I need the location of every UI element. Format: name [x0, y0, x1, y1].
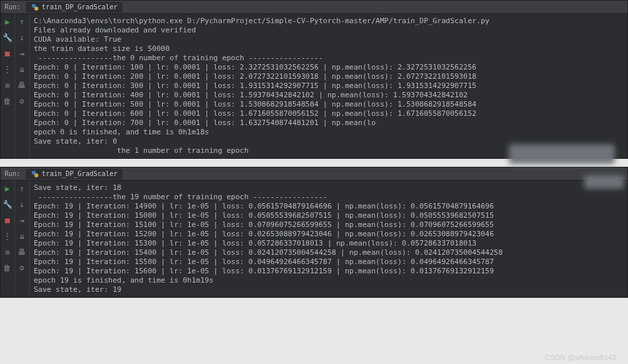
console-line: Epoch: 0 | Iteration: 200 | lr: 0.0001 |…: [34, 72, 623, 81]
console-line: Epoch: 0 | Iteration: 700 | lr: 0.0001 |…: [34, 118, 623, 128]
panel-body: ▶ 🔧 ■ ⋮ ≡ 🗑 ↑ ↓ ⇥ ⇊ 🖶 ⊘ C:\Anaconda3\env…: [1, 14, 627, 158]
down-icon[interactable]: ↓: [17, 32, 27, 43]
python-file-icon: [31, 3, 39, 11]
filter-icon[interactable]: ⋮: [2, 231, 13, 242]
console-line: Epoch: 19 | Iteration: 15000 | lr: 1e-05…: [34, 211, 623, 220]
console-line: the train dataset size is 50000: [34, 44, 623, 54]
console-line: Epoch: 0 | Iteration: 600 | lr: 0.0001 |…: [34, 109, 623, 118]
delete-icon[interactable]: 🗑: [2, 263, 13, 273]
print-icon[interactable]: 🖶: [17, 80, 27, 91]
console-line: epoch 0 is finished, and time is 0h1m18s: [34, 128, 623, 137]
console-line: -----------------the 19 number of traini…: [34, 193, 623, 202]
wrench-icon[interactable]: 🔧: [2, 32, 13, 43]
console-line: Save state, iter: 19: [34, 285, 623, 295]
watermark-text: CSDN @whaosoft143: [545, 353, 616, 361]
console-line: Epoch: 19 | Iteration: 15400 | lr: 1e-05…: [34, 248, 623, 257]
redaction-overlay: [584, 175, 624, 189]
run-panel-top: Run: train_DP_GradScaler ▶ 🔧 ■ ⋮ ≡ 🗑 ↑ ↓…: [0, 0, 628, 159]
up-icon[interactable]: ↑: [17, 17, 27, 27]
console-line: Epoch: 0 | Iteration: 100 | lr: 0.0001 |…: [34, 63, 623, 72]
play-icon[interactable]: ▶: [2, 17, 13, 27]
console-line: Epoch: 19 | Iteration: 15200 | lr: 1e-05…: [34, 230, 623, 239]
run-panel-bottom: Run: train_DP_GradScaler ▶ 🔧 ■ ⋮ ≡ 🗑 ↑ ↓…: [0, 167, 628, 298]
wrench-icon[interactable]: 🔧: [2, 199, 13, 210]
console-line: Save state, iter: 18: [34, 183, 623, 193]
tab-label: train_DP_GradScaler: [42, 170, 117, 177]
console-line: Epoch: 19 | Iteration: 15300 | lr: 1e-05…: [34, 239, 623, 248]
python-file-icon: [31, 170, 39, 178]
scroll-icon[interactable]: ⇊: [17, 64, 27, 75]
separator-icon[interactable]: ≡: [2, 247, 13, 257]
run-label: Run:: [5, 3, 21, 11]
console-line: Epoch: 19 | Iteration: 14900 | lr: 1e-05…: [34, 202, 623, 211]
console-toolbar: ↑ ↓ ⇥ ⇊ 🖶 ⊘: [15, 14, 30, 158]
wrap-icon[interactable]: ⇥: [17, 48, 27, 59]
svg-point-3: [34, 173, 38, 177]
panel-header: Run: train_DP_GradScaler: [1, 167, 627, 181]
print-icon[interactable]: 🖶: [17, 247, 27, 257]
run-toolbar-left: ▶ 🔧 ■ ⋮ ≡ 🗑: [1, 14, 15, 158]
redaction-overlay: [509, 144, 615, 164]
filter-icon[interactable]: ⋮: [2, 64, 13, 75]
down-icon[interactable]: ↓: [17, 199, 27, 210]
console-output[interactable]: Save state, iter: 18 -----------------th…: [30, 181, 627, 297]
console-line: Epoch: 0 | Iteration: 300 | lr: 0.0001 |…: [34, 81, 623, 91]
console-toolbar: ↑ ↓ ⇥ ⇊ 🖶 ⊘: [15, 181, 30, 297]
up-icon[interactable]: ↑: [17, 183, 27, 194]
clear-icon[interactable]: ⊘: [17, 96, 27, 107]
wrap-icon[interactable]: ⇥: [17, 215, 27, 226]
console-line: Epoch: 19 | Iteration: 15600 | lr: 1e-05…: [34, 267, 623, 276]
run-toolbar-left: ▶ 🔧 ■ ⋮ ≡ 🗑: [1, 181, 15, 297]
scroll-icon[interactable]: ⇊: [17, 231, 27, 242]
console-line: Epoch: 0 | Iteration: 500 | lr: 0.0001 |…: [34, 100, 623, 109]
delete-icon[interactable]: 🗑: [2, 96, 13, 107]
console-line: Epoch: 19 | Iteration: 15500 | lr: 1e-05…: [34, 257, 623, 267]
clear-icon[interactable]: ⊘: [17, 263, 27, 273]
svg-point-1: [34, 7, 38, 11]
run-tab[interactable]: train_DP_GradScaler: [26, 2, 122, 13]
console-line: epoch 19 is finished, and time is 0h1m19…: [34, 276, 623, 285]
console-line: Epoch: 0 | Iteration: 400 | lr: 0.0001 |…: [34, 91, 623, 100]
console-line: Epoch: 19 | Iteration: 15100 | lr: 1e-05…: [34, 220, 623, 230]
console-line: C:\Anaconda3\envs\torch\python.exe D:/Py…: [34, 17, 623, 26]
stop-icon[interactable]: ■: [2, 215, 13, 226]
run-tab[interactable]: train_DP_GradScaler: [26, 169, 122, 179]
console-line: CUDA available: True: [34, 35, 623, 44]
tab-label: train_DP_GradScaler: [42, 3, 117, 11]
run-label: Run:: [5, 170, 21, 177]
console-line: -----------------the 0 number of trainin…: [34, 54, 623, 63]
panel-body: ▶ 🔧 ■ ⋮ ≡ 🗑 ↑ ↓ ⇥ ⇊ 🖶 ⊘ Save state, iter…: [1, 181, 627, 297]
separator-icon[interactable]: ≡: [2, 80, 13, 91]
play-icon[interactable]: ▶: [2, 183, 13, 194]
console-line: Files already downloaded and verified: [34, 26, 623, 35]
panel-header: Run: train_DP_GradScaler: [1, 1, 627, 14]
console-output[interactable]: C:\Anaconda3\envs\torch\python.exe D:/Py…: [30, 14, 627, 158]
stop-icon[interactable]: ■: [2, 48, 13, 59]
